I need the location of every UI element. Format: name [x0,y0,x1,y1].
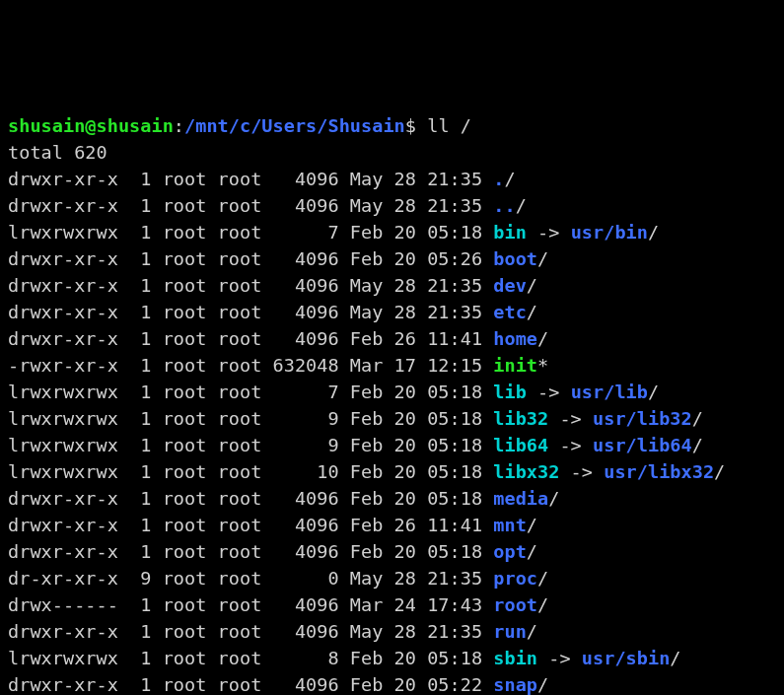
symlink-arrow: -> [527,382,571,402]
ls-row-meta: lrwxrwxrwx 1 root root 10 Feb 20 05:18 [8,461,493,482]
command: ll / [416,115,471,136]
ls-row: lrwxrwxrwx 1 root root 10 Feb 20 05:18 l… [8,458,776,485]
ls-row: drwxr-xr-x 1 root root 4096 Feb 26 11:41… [8,325,776,352]
ls-row-meta: -rwxr-xr-x 1 root root 632048 Mar 17 12:… [8,355,493,376]
slash-suffix: / [516,195,527,216]
ls-row-name: libx32 [493,461,559,482]
total-line: total 620 [8,139,776,166]
ls-row-meta: drwxr-xr-x 1 root root 4096 Feb 26 11:41 [8,515,493,535]
ls-row: lrwxrwxrwx 1 root root 8 Feb 20 05:18 sb… [8,645,776,671]
ls-row-name: bin [493,222,527,243]
slash-suffix: / [537,568,548,589]
ls-row-meta: drwxr-xr-x 1 root root 4096 Feb 20 05:22 [8,674,493,695]
slash-suffix: / [692,408,703,429]
ls-row: drwxr-xr-x 1 root root 4096 May 28 21:35… [8,192,776,219]
ls-row-meta: drwxr-xr-x 1 root root 4096 May 28 21:35 [8,621,493,642]
ls-row-name: lib64 [493,435,548,455]
ls-row-name: home [493,328,537,349]
slash-suffix: / [714,461,725,482]
slash-suffix: / [537,248,548,269]
ls-row-meta: drwxr-xr-x 1 root root 4096 Feb 20 05:26 [8,248,493,269]
prompt-line: shusain@shusain:/mnt/c/Users/Shusain$ ll… [8,112,776,139]
ls-row: drwxr-xr-x 1 root root 4096 May 28 21:35… [8,272,776,299]
symlink-arrow: -> [527,222,571,243]
ls-row-meta: drwxr-xr-x 1 root root 4096 May 28 21:35 [8,169,493,189]
ls-row-meta: drwxr-xr-x 1 root root 4096 Feb 20 05:18 [8,488,493,509]
ls-row-meta: lrwxrwxrwx 1 root root 7 Feb 20 05:18 [8,382,493,402]
ls-row-name: snap [493,674,537,695]
slash-suffix: / [527,541,537,562]
prompt-dollar: $ [405,115,416,136]
symlink-target: usr/lib64 [593,435,692,455]
symlink-target: usr/lib [571,382,648,402]
slash-suffix: / [537,328,548,349]
ls-row: drwxr-xr-x 1 root root 4096 Feb 26 11:41… [8,512,776,538]
ls-row-name: init [493,355,537,376]
slash-suffix: / [527,302,537,322]
slash-suffix: / [527,275,537,296]
symlink-target: usr/bin [571,222,648,243]
symlink-target: usr/lib32 [593,408,692,429]
slash-suffix: / [648,382,659,402]
ls-row-meta: dr-xr-xr-x 9 root root 0 May 28 21:35 [8,568,493,589]
ls-row-meta: drwxr-xr-x 1 root root 4096 Feb 26 11:41 [8,328,493,349]
prompt-path: /mnt/c/Users/Shusain [184,115,405,136]
ls-row: lrwxrwxrwx 1 root root 9 Feb 20 05:18 li… [8,432,776,458]
ls-row: lrwxrwxrwx 1 root root 7 Feb 20 05:18 li… [8,379,776,405]
slash-suffix: / [548,488,559,509]
slash-suffix: / [527,515,537,535]
ls-row-meta: lrwxrwxrwx 1 root root 9 Feb 20 05:18 [8,408,493,429]
symlink-arrow: -> [537,648,582,668]
ls-row-name: root [493,594,537,615]
ls-row: drwxr-xr-x 1 root root 4096 May 28 21:35… [8,618,776,645]
terminal[interactable]: shusain@shusain:/mnt/c/Users/Shusain$ ll… [8,112,776,695]
ls-row-name: dev [493,275,527,296]
ls-row: drwxr-xr-x 1 root root 4096 Feb 20 05:22… [8,671,776,695]
ls-row-name: .. [493,195,515,216]
ls-row: drwxr-xr-x 1 root root 4096 Feb 20 05:18… [8,538,776,565]
ls-row-name: media [493,488,548,509]
symlink-arrow: -> [559,461,604,482]
ls-row: drwxr-xr-x 1 root root 4096 May 28 21:35… [8,299,776,325]
ls-row: drwxr-xr-x 1 root root 4096 Feb 20 05:26… [8,245,776,272]
slash-suffix: / [692,435,703,455]
ls-row-meta: drwxr-xr-x 1 root root 4096 Feb 20 05:18 [8,541,493,562]
ls-row: -rwxr-xr-x 1 root root 632048 Mar 17 12:… [8,352,776,379]
symlink-target: usr/sbin [582,648,671,668]
ls-row-meta: drwx------ 1 root root 4096 Mar 24 17:43 [8,594,493,615]
ls-row-meta: drwxr-xr-x 1 root root 4096 May 28 21:35 [8,195,493,216]
prompt-user-host: shusain@shusain [8,115,174,136]
symlink-arrow: -> [548,408,593,429]
ls-row-name: sbin [493,648,537,668]
ls-row-meta: lrwxrwxrwx 1 root root 8 Feb 20 05:18 [8,648,493,668]
ls-row-name: . [493,169,504,189]
prompt-colon: : [174,115,184,136]
ls-row-name: run [493,621,527,642]
symlink-arrow: -> [548,435,593,455]
ls-row: lrwxrwxrwx 1 root root 7 Feb 20 05:18 bi… [8,219,776,245]
ls-row: lrwxrwxrwx 1 root root 9 Feb 20 05:18 li… [8,405,776,432]
ls-row-meta: drwxr-xr-x 1 root root 4096 May 28 21:35 [8,275,493,296]
ls-row-meta: drwxr-xr-x 1 root root 4096 May 28 21:35 [8,302,493,322]
ls-row-name: lib [493,382,527,402]
ls-row-name: boot [493,248,537,269]
ls-row: drwxr-xr-x 1 root root 4096 May 28 21:35… [8,166,776,192]
slash-suffix: / [537,594,548,615]
slash-suffix: / [527,621,537,642]
slash-suffix: / [670,648,680,668]
exec-suffix: * [537,355,548,376]
ls-row-name: mnt [493,515,527,535]
ls-row-name: etc [493,302,527,322]
slash-suffix: / [537,674,548,695]
slash-suffix: / [504,169,515,189]
ls-row-name: lib32 [493,408,548,429]
ls-row-name: proc [493,568,537,589]
ls-row-meta: lrwxrwxrwx 1 root root 9 Feb 20 05:18 [8,435,493,455]
ls-row-name: opt [493,541,527,562]
slash-suffix: / [648,222,659,243]
ls-row: dr-xr-xr-x 9 root root 0 May 28 21:35 pr… [8,565,776,591]
symlink-target: usr/libx32 [604,461,714,482]
ls-row-meta: lrwxrwxrwx 1 root root 7 Feb 20 05:18 [8,222,493,243]
ls-row: drwxr-xr-x 1 root root 4096 Feb 20 05:18… [8,485,776,512]
ls-row: drwx------ 1 root root 4096 Mar 24 17:43… [8,591,776,618]
